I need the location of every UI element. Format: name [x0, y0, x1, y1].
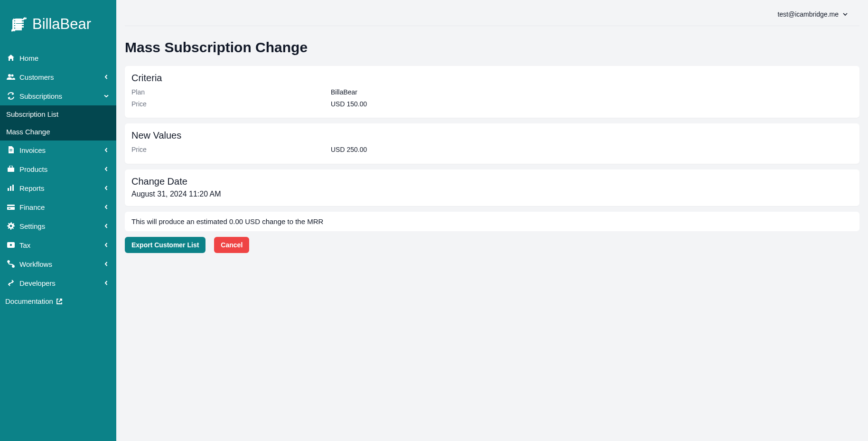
new-values-price-label: Price [131, 144, 331, 156]
sidebar-item-label: Tax [19, 241, 103, 249]
chevron-down-icon [842, 11, 848, 17]
criteria-plan-value: BillaBear [331, 86, 357, 98]
chevron-left-icon [103, 222, 110, 230]
sidebar-item-developers[interactable]: Developers [0, 273, 116, 292]
sidebar-item-mass-change[interactable]: Mass Change [0, 123, 116, 141]
chevron-left-icon [103, 165, 110, 173]
sidebar-item-label: Customers [19, 73, 103, 81]
sidebar-item-reports[interactable]: Reports [0, 178, 116, 197]
brand-name: BillaBear [32, 16, 91, 33]
svg-rect-8 [8, 168, 14, 172]
subscriptions-icon [6, 91, 16, 101]
products-icon [6, 164, 16, 174]
change-date-card: Change Date August 31, 2024 11:20 AM [125, 169, 859, 206]
svg-rect-9 [8, 188, 9, 191]
page-title: Mass Subscription Change [125, 39, 859, 56]
sidebar-item-customers[interactable]: Customers [0, 67, 116, 86]
sidebar-item-label: Workflows [19, 260, 103, 268]
mrr-impact-text: This will produce an estimated 0.00 USD … [131, 217, 323, 225]
chevron-left-icon [103, 203, 110, 211]
chevron-left-icon [103, 241, 110, 249]
sidebar-item-label: Subscriptions [19, 92, 103, 100]
svg-rect-12 [7, 205, 15, 210]
action-buttons: Export Customer List Cancel [125, 237, 859, 253]
sidebar-item-label: Home [19, 54, 110, 62]
svg-rect-7 [9, 150, 12, 151]
sidebar-item-label: Developers [19, 279, 103, 287]
criteria-price-value: USD 150.00 [331, 98, 367, 110]
sidebar-item-label: Documentation [5, 297, 53, 305]
brand-icon [9, 14, 28, 34]
sidebar-item-subscriptions[interactable]: Subscriptions [0, 86, 116, 105]
sidebar-item-products[interactable]: Products [0, 160, 116, 178]
sidebar-item-finance[interactable]: Finance [0, 197, 116, 216]
chevron-left-icon [103, 146, 110, 154]
cancel-button[interactable]: Cancel [214, 237, 249, 253]
sidebar-item-label: Settings [19, 222, 103, 230]
change-date-value: August 31, 2024 11:20 AM [131, 190, 853, 198]
sidebar-item-workflows[interactable]: Workflows [0, 254, 116, 273]
sidebar-item-home[interactable]: Home [0, 48, 116, 67]
reports-icon [6, 183, 16, 193]
svg-rect-10 [10, 186, 11, 191]
criteria-card: Criteria Plan BillaBear Price USD 150.00 [125, 66, 859, 118]
export-customer-list-button[interactable]: Export Customer List [125, 237, 205, 253]
sidebar-item-settings[interactable]: Settings [0, 216, 116, 235]
sidebar-item-subscription-list[interactable]: Subscription List [0, 105, 116, 123]
finance-icon [6, 202, 16, 212]
sidebar-item-documentation[interactable]: Documentation [0, 292, 116, 310]
criteria-price-label: Price [131, 98, 331, 110]
mrr-impact-card: This will produce an estimated 0.00 USD … [125, 212, 859, 231]
new-values-price-value: USD 250.00 [331, 144, 367, 156]
svg-rect-1 [13, 21, 24, 23]
topbar: test@icambridge.me [125, 0, 859, 26]
criteria-plan-row: Plan BillaBear [131, 86, 853, 98]
svg-point-4 [8, 74, 11, 77]
svg-point-5 [11, 75, 14, 77]
sidebar-item-label: Reports [19, 184, 103, 192]
criteria-price-row: Price USD 150.00 [131, 98, 853, 110]
gear-icon [6, 221, 16, 231]
chevron-left-icon [103, 73, 110, 81]
svg-rect-0 [13, 19, 24, 20]
chevron-left-icon [103, 260, 110, 268]
page-content: Mass Subscription Change Criteria Plan B… [116, 26, 868, 266]
svg-rect-6 [9, 149, 12, 150]
sidebar-item-tax[interactable]: Tax [0, 235, 116, 254]
chevron-left-icon [103, 279, 110, 287]
invoices-icon [6, 145, 16, 155]
svg-point-16 [10, 244, 12, 246]
main-content: test@icambridge.me Mass Subscription Cha… [116, 0, 868, 441]
svg-point-18 [12, 265, 14, 267]
sidebar-item-label: Invoices [19, 146, 103, 154]
external-link-icon [56, 298, 63, 305]
sidebar-item-label: Subscription List [6, 110, 58, 118]
svg-rect-2 [13, 24, 24, 25]
svg-rect-13 [7, 206, 15, 207]
home-icon [6, 53, 16, 63]
tax-icon [6, 240, 16, 250]
sidebar-item-label: Finance [19, 203, 103, 211]
new-values-price-row: Price USD 250.00 [131, 144, 853, 156]
sidebar-item-invoices[interactable]: Invoices [0, 141, 116, 160]
criteria-heading: Criteria [131, 73, 853, 84]
chevron-down-icon [103, 92, 110, 100]
developers-icon [6, 278, 16, 288]
nav-list: Home Customers Subscriptions Subscriptio… [0, 48, 116, 292]
new-values-heading: New Values [131, 130, 853, 141]
sidebar-item-label: Mass Change [6, 128, 50, 136]
svg-rect-14 [9, 208, 10, 209]
sidebar: BillaBear Home Customers Subscriptions [0, 0, 116, 441]
svg-point-17 [8, 261, 9, 263]
criteria-plan-label: Plan [131, 86, 331, 98]
change-date-heading: Change Date [131, 176, 853, 187]
user-menu[interactable]: test@icambridge.me [777, 10, 848, 18]
workflows-icon [6, 259, 16, 269]
new-values-card: New Values Price USD 250.00 [125, 123, 859, 163]
sidebar-item-label: Products [19, 165, 103, 173]
svg-rect-3 [13, 26, 24, 28]
user-email: test@icambridge.me [777, 10, 839, 18]
chevron-left-icon [103, 184, 110, 192]
brand-logo[interactable]: BillaBear [0, 0, 116, 48]
customers-icon [6, 72, 16, 82]
